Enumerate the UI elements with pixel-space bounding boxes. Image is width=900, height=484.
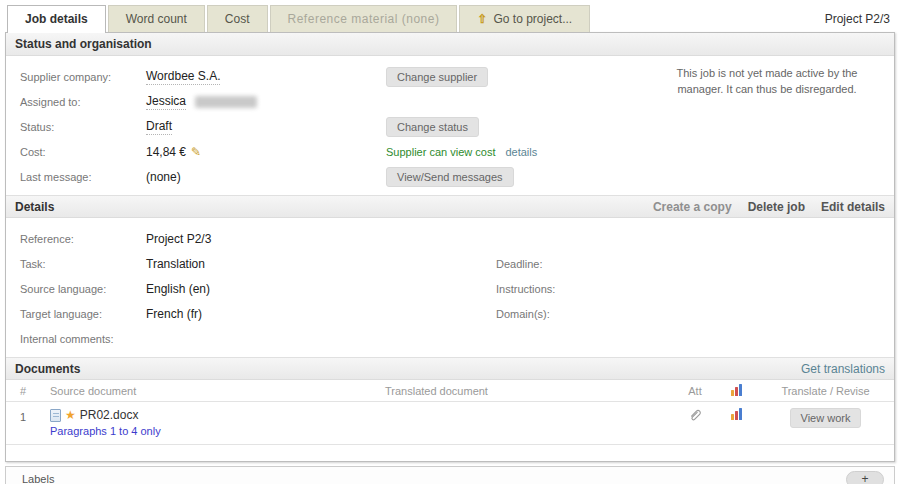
view-work-button[interactable]: View work [790, 408, 862, 428]
tab-go-to-project[interactable]: ⇧Go to project... [459, 5, 590, 32]
documents-table-header: # Source document Translated document At… [6, 380, 894, 402]
last-message-value: (none) [146, 170, 181, 184]
cost-details-link[interactable]: details [505, 146, 537, 158]
source-language-row: Source language: English (en) Instructio… [6, 276, 894, 301]
task-row: Task: Translation Deadline: [6, 251, 894, 276]
redacted-name [195, 96, 257, 108]
assigned-to-value[interactable]: Jessica [146, 94, 186, 110]
get-translations-link[interactable]: Get translations [801, 362, 885, 376]
target-language-value: French (fr) [146, 307, 496, 321]
tab-label: Cost [225, 12, 250, 26]
field-label: Cost: [6, 146, 146, 158]
section-title: Status and organisation [15, 37, 152, 51]
field-label: Task: [6, 258, 146, 270]
up-arrow-icon: ⇧ [477, 12, 487, 26]
document-number: 1 [6, 408, 50, 423]
internal-comments-row: Internal comments: [6, 326, 894, 351]
pencil-icon[interactable]: ✎ [191, 145, 201, 159]
cost-row: Cost: 14,84 €✎ Supplier can view cost de… [6, 139, 894, 164]
table-bottom-spacer [6, 445, 894, 461]
document-icon [50, 409, 61, 422]
field-label: Domain(s): [496, 308, 616, 320]
field-label: Deadline: [496, 258, 616, 270]
supplier-can-view-cost-note: Supplier can view cost [386, 146, 495, 158]
target-language-row: Target language: French (fr) Domain(s): [6, 301, 894, 326]
status-section-body: This job is not yet made active by the m… [6, 56, 894, 195]
supplier-company-value[interactable]: Wordbee S.A. [146, 69, 220, 85]
documents-section-header: Documents Get translations [6, 357, 894, 380]
field-label: Reference: [6, 233, 146, 245]
field-label: Last message: [6, 171, 146, 183]
source-language-value: English (en) [146, 282, 496, 296]
paperclip-icon[interactable] [688, 408, 703, 423]
details-section-header: Details Create a copy Delete job Edit de… [6, 195, 894, 218]
field-label: Supplier company: [6, 71, 146, 83]
last-message-row: Last message: (none) View/Send messages [6, 164, 894, 189]
job-details-panel: Status and organisation This job is not … [5, 32, 895, 462]
tab-reference-material[interactable]: Reference material (none) [270, 5, 458, 32]
col-source-document: Source document [50, 385, 385, 397]
labels-bar: Labels + [5, 466, 895, 484]
details-section-body: Reference: Project P2/3 Task: Translatio… [6, 218, 894, 357]
status-value[interactable]: Draft [146, 119, 172, 135]
tab-word-count[interactable]: Word count [108, 5, 205, 32]
tab-bar: Job details Word count Cost Reference ma… [0, 0, 900, 32]
reference-value: Project P2/3 [146, 232, 496, 246]
labels-label: Labels [22, 473, 54, 484]
status-row: Status: Draft Change status [6, 114, 894, 139]
col-translated-document: Translated document [385, 385, 675, 397]
field-label: Target language: [6, 308, 146, 320]
col-num: # [6, 385, 50, 397]
change-supplier-button[interactable]: Change supplier [386, 67, 488, 87]
col-translate-revise: Translate / Revise [757, 385, 894, 397]
task-value: Translation [146, 257, 496, 271]
field-label: Source language: [6, 283, 146, 295]
source-document-name[interactable]: PR02.docx [80, 408, 139, 422]
paragraph-scope-link[interactable]: Paragraphs 1 to 4 only [50, 425, 385, 437]
section-title: Details [15, 200, 54, 214]
status-section-header: Status and organisation [6, 33, 894, 56]
field-label: Status: [6, 121, 146, 133]
stats-icon [715, 384, 757, 398]
view-send-messages-button[interactable]: View/Send messages [386, 167, 514, 187]
field-label: Instructions: [496, 283, 616, 295]
tab-label: Reference material (none) [288, 12, 440, 26]
cost-value: 14,84 € [146, 145, 186, 159]
col-attachments: Att [675, 385, 715, 397]
tab-job-details[interactable]: Job details [7, 5, 106, 33]
star-icon: ★ [65, 408, 76, 422]
add-label-button[interactable]: + [846, 471, 884, 484]
change-status-button[interactable]: Change status [386, 117, 479, 137]
reference-row: Reference: Project P2/3 [6, 226, 894, 251]
tab-label: Job details [25, 12, 88, 26]
delete-job-link[interactable]: Delete job [748, 200, 805, 214]
tab-label: Word count [126, 12, 187, 26]
field-label: Internal comments: [6, 333, 146, 345]
field-label: Assigned to: [6, 96, 146, 108]
tab-cost[interactable]: Cost [207, 5, 268, 32]
edit-details-link[interactable]: Edit details [821, 200, 885, 214]
document-row: 1 ★ PR02.docx Paragraphs 1 to 4 only Vie… [6, 402, 894, 445]
project-reference: Project P2/3 [825, 12, 890, 26]
job-inactive-note: This job is not yet made active by the m… [662, 66, 872, 98]
section-title: Documents [15, 362, 80, 376]
create-a-copy-link[interactable]: Create a copy [653, 200, 732, 214]
tab-label: Go to project... [494, 12, 573, 26]
stats-icon[interactable] [715, 408, 757, 422]
